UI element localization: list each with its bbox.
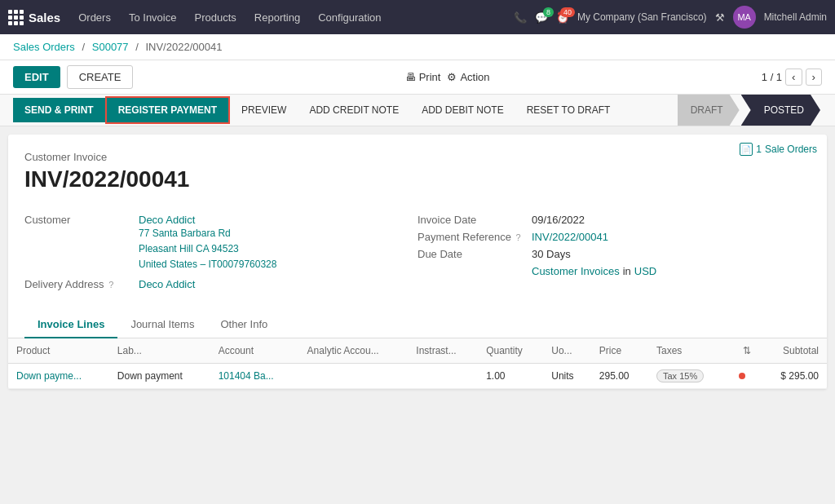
pager-prev[interactable]: ‹ — [785, 69, 802, 86]
invoice-date-label: Invoice Date — [418, 214, 532, 226]
pager-text: 1 / 1 — [762, 71, 782, 83]
settings-icon-btn[interactable]: ⚒ — [715, 11, 725, 24]
customer-field-row: Customer Deco Addict 77 Santa Barbara Rd… — [24, 214, 418, 273]
user-initials: MA — [737, 12, 751, 22]
menu-configuration[interactable]: Configuration — [310, 8, 389, 27]
due-date-row: Due Date 30 Days — [418, 248, 811, 260]
reset-to-draft-button[interactable]: RESET TO DRAFT — [515, 98, 622, 122]
menu-orders[interactable]: Orders — [70, 8, 119, 27]
tab-other-info[interactable]: Other Info — [207, 312, 281, 338]
breadcrumb-sep-2: / — [135, 41, 139, 53]
top-right-area: 📞 💬 8 ⏰ 40 My Company (San Francisco) ⚒ … — [514, 6, 827, 29]
top-menu: Orders To Invoice Products Reporting Con… — [70, 8, 510, 27]
col-label: Lab... — [109, 338, 210, 364]
invoice-table: Product Lab... Account Analytic Accou...… — [8, 338, 827, 389]
status-bar: SEND & PRINT REGISTER PAYMENT PREVIEW AD… — [0, 95, 835, 126]
breadcrumb-sales-orders[interactable]: Sales Orders — [13, 41, 75, 53]
col-account: Account — [210, 338, 299, 364]
invoice-type-label: Customer Invoice — [24, 151, 811, 163]
table-row: Down payme... Down payment 101404 Ba... … — [8, 363, 827, 388]
col-price: Price — [591, 338, 648, 364]
user-avatar[interactable]: MA — [733, 6, 756, 29]
add-debit-note-button[interactable]: ADD DEBIT NOTE — [410, 98, 515, 122]
cell-price: 295.00 — [591, 363, 648, 388]
preview-button[interactable]: PREVIEW — [230, 98, 298, 122]
col-intrastat: Instrast... — [408, 338, 478, 364]
delivery-label: Delivery Address ? — [24, 278, 139, 290]
due-date-value: 30 Days — [532, 248, 571, 260]
activity-badge: 40 — [560, 7, 575, 17]
tab-invoice-lines[interactable]: Invoice Lines — [24, 312, 117, 338]
cell-product[interactable]: Down payme... — [8, 363, 109, 388]
currency-row: Customer Invoices in USD — [532, 265, 656, 277]
menu-to-invoice[interactable]: To Invoice — [121, 8, 185, 27]
printer-icon: 🖶 — [405, 71, 416, 83]
breadcrumb-s00077[interactable]: S00077 — [92, 41, 129, 53]
customer-label: Customer — [24, 214, 139, 226]
invoice-fields-right: Invoice Date 09/16/2022 Payment Referenc… — [418, 214, 811, 295]
pipeline-draft[interactable]: DRAFT — [678, 95, 740, 126]
chat-badge: 8 — [543, 7, 554, 17]
col-subtotal: Subtotal — [759, 338, 827, 364]
cell-account[interactable]: 101404 Ba... — [210, 363, 299, 388]
payment-ref-value[interactable]: INV/2022/00041 — [532, 231, 608, 243]
phone-icon-btn[interactable]: 📞 — [514, 11, 527, 24]
payment-ref-help-icon[interactable]: ? — [516, 232, 521, 242]
tabs-bar: Invoice Lines Journal Items Other Info — [8, 312, 827, 338]
delivery-address-value[interactable]: Deco Addict — [139, 278, 195, 290]
cell-label: Down payment — [109, 363, 210, 388]
pipeline-posted[interactable]: POSTED — [741, 95, 820, 126]
action-dropdown[interactable]: ⚙ Action — [447, 71, 489, 83]
add-credit-note-button[interactable]: ADD CREDIT NOTE — [298, 98, 410, 122]
register-payment-button[interactable]: REGISTER PAYMENT — [105, 96, 230, 124]
chat-icon-btn[interactable]: 💬 8 — [535, 11, 548, 24]
payment-ref-label: Payment Reference ? — [418, 231, 532, 243]
breadcrumb-sep-1: / — [82, 41, 86, 53]
journal-row: Customer Invoices in USD — [418, 265, 811, 277]
col-quantity: Quantity — [478, 338, 543, 364]
breadcrumb-current: INV/2022/00041 — [145, 41, 222, 53]
col-taxes: Taxes — [648, 338, 727, 364]
cell-quantity: 1.00 — [478, 363, 543, 388]
cell-taxes: Tax 15% — [648, 363, 727, 388]
activity-icon-btn[interactable]: ⏰ 40 — [556, 11, 569, 24]
customer-name[interactable]: Deco Addict — [139, 214, 276, 226]
journal-value[interactable]: Customer Invoices — [532, 265, 620, 277]
cell-row-actions — [727, 363, 760, 388]
sale-orders-count: 1 — [756, 144, 762, 155]
delivery-help-icon[interactable]: ? — [108, 280, 113, 290]
col-analytic: Analytic Accou... — [299, 338, 409, 364]
create-button[interactable]: CREATE — [67, 65, 134, 89]
menu-reporting[interactable]: Reporting — [246, 8, 308, 27]
top-navigation: Sales Orders To Invoice Products Reporti… — [0, 0, 835, 34]
app-logo[interactable]: Sales — [8, 10, 60, 25]
delivery-address-row: Delivery Address ? Deco Addict — [24, 278, 418, 290]
cell-intrastat — [408, 363, 478, 388]
due-date-label: Due Date — [418, 248, 532, 260]
status-pipeline: DRAFT POSTED — [678, 95, 822, 126]
edit-button[interactable]: EDIT — [13, 66, 60, 88]
sale-orders-icon: 📄 — [740, 143, 753, 156]
gear-icon: ⚙ — [447, 71, 457, 83]
customer-address: 77 Santa Barbara Rd Pleasant Hill CA 945… — [139, 226, 276, 273]
address-line1: 77 Santa Barbara Rd — [139, 226, 276, 241]
address-line2: Pleasant Hill CA 94523 — [139, 241, 276, 257]
currency-value[interactable]: USD — [634, 265, 656, 277]
menu-products[interactable]: Products — [186, 8, 244, 27]
tab-journal-items[interactable]: Journal Items — [117, 312, 207, 338]
main-content: 📄 1 Sale Orders Customer Invoice INV/202… — [8, 135, 827, 389]
app-brand: Sales — [29, 11, 60, 24]
invoice-fields-left: Customer Deco Addict 77 Santa Barbara Rd… — [24, 214, 418, 295]
print-label: Print — [419, 71, 441, 83]
payment-ref-row: Payment Reference ? INV/2022/00041 — [418, 231, 811, 243]
grid-icon — [8, 10, 24, 25]
pager-next[interactable]: › — [806, 69, 822, 86]
invoice-date-value: 09/16/2022 — [532, 214, 585, 226]
sale-orders-badge[interactable]: 📄 1 Sale Orders — [740, 143, 817, 156]
action-label: Action — [460, 71, 489, 83]
company-name: My Company (San Francisco) — [577, 11, 707, 23]
address-line3: United States – IT00079760328 — [139, 257, 276, 272]
send-print-button[interactable]: SEND & PRINT — [13, 98, 105, 122]
invoice-number: INV/2022/00041 — [24, 166, 811, 192]
print-button[interactable]: 🖶 Print — [405, 71, 441, 83]
